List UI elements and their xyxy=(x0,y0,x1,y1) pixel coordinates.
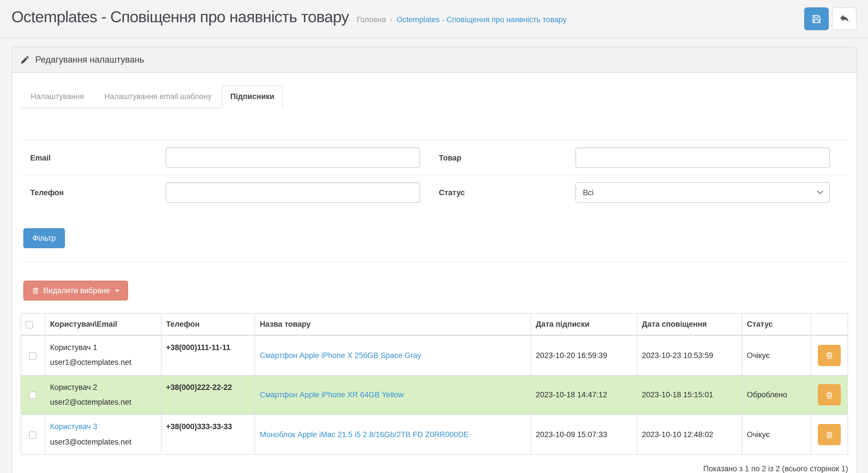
user-name: Користувач 2 xyxy=(50,380,157,395)
date-subscribed: 2023-10-09 15:07:33 xyxy=(531,415,637,454)
trash-icon xyxy=(825,431,833,439)
status-text: Оброблено xyxy=(742,375,811,415)
user-name-link[interactable]: Користувач 3 xyxy=(50,420,157,435)
trash-icon xyxy=(825,351,833,359)
tab-content-subscribers: Email Товар Телефон xyxy=(21,140,848,473)
user-email: user1@octemplates.net xyxy=(50,355,157,371)
tab-subscribers[interactable]: Підписники xyxy=(222,85,283,107)
breadcrumb-home-link[interactable]: Головна xyxy=(357,15,386,24)
status-text: Очікує xyxy=(742,335,811,375)
date-notified: 2023-10-10 12:48:02 xyxy=(637,415,742,454)
user-cell: Користувач 3 user3@octemplates.net xyxy=(45,415,161,454)
caret-down-icon xyxy=(115,289,120,292)
column-header-status: Статус xyxy=(742,313,811,335)
user-phone: +38(000)222-22-22 xyxy=(161,375,255,415)
table-header-row: Користувач\Email Телефон Назва товару Да… xyxy=(21,313,848,335)
user-name: Користувач 1 xyxy=(50,340,157,355)
floppy-disk-icon xyxy=(812,14,821,24)
delete-row-button[interactable] xyxy=(818,345,841,366)
delete-selected-label: Видалити вибране xyxy=(43,286,110,295)
user-email: user3@octemplates.net xyxy=(50,435,157,450)
settings-panel: Редагування налаштувань Налаштування Нал… xyxy=(11,47,857,473)
filter-cell-status: Статус Всі xyxy=(434,182,848,202)
back-button[interactable] xyxy=(832,7,857,30)
panel-title: Редагування налаштувань xyxy=(35,55,144,65)
column-header-date-notified: Дата сповіщення xyxy=(637,313,742,335)
tab-settings[interactable]: Налаштування xyxy=(21,85,94,107)
status-filter-select[interactable]: Всі xyxy=(576,182,830,202)
column-header-actions xyxy=(811,313,848,335)
product-link[interactable]: Смартфон Apple iPhone XR 64GB Yellow xyxy=(260,391,404,399)
date-subscribed: 2023-10-18 14:47:12 xyxy=(531,375,637,415)
select-all-checkbox[interactable] xyxy=(26,321,33,328)
user-phone: +38(000)111-11-11 xyxy=(161,335,255,375)
email-filter-input[interactable] xyxy=(166,148,420,168)
delete-row-button[interactable] xyxy=(818,384,841,406)
trash-icon xyxy=(825,391,833,399)
breadcrumb: Головна›Octemplates - Сповіщення про ная… xyxy=(357,15,567,24)
filter-cell-product: Товар xyxy=(434,148,848,168)
pagination-text: Показано з 1 по 2 із 2 (всього сторінок … xyxy=(21,465,848,473)
tab-email-template[interactable]: Налаштування email шаблону xyxy=(94,85,222,107)
filter-cell-phone: Телефон xyxy=(21,182,434,202)
panel-heading: Редагування налаштувань xyxy=(12,47,857,73)
breadcrumb-current-link[interactable]: Octemplates - Сповіщення про наявність т… xyxy=(397,15,567,24)
row-checkbox[interactable] xyxy=(29,432,37,439)
column-header-product: Назва товару xyxy=(255,313,531,335)
email-filter-label: Email xyxy=(21,153,166,162)
user-cell: Користувач 1 user1@octemplates.net xyxy=(45,335,161,375)
filter-row-2: Телефон Статус Всі xyxy=(21,175,848,210)
filter-row-1: Email Товар xyxy=(21,140,848,175)
save-button[interactable] xyxy=(804,7,829,30)
divider xyxy=(21,262,848,262)
date-notified: 2023-10-18 15:15:01 xyxy=(637,375,742,415)
filter-button[interactable]: Фільтр xyxy=(23,228,65,248)
header-actions xyxy=(804,7,857,30)
page: Octemplates - Сповіщення про наявність т… xyxy=(0,0,868,473)
product-link[interactable]: Смартфон Apple iPhone X 256GB Space Gray xyxy=(260,351,421,360)
delete-row-button[interactable] xyxy=(818,424,841,445)
user-email: user2@octemplates.net xyxy=(50,395,157,410)
page-header: Octemplates - Сповіщення про наявність т… xyxy=(0,0,868,38)
column-header-phone: Телефон xyxy=(161,313,255,335)
subscribers-table: Користувач\Email Телефон Назва товару Да… xyxy=(21,313,848,455)
filter-cell-email: Email xyxy=(21,148,434,168)
row-checkbox[interactable] xyxy=(29,392,37,399)
product-filter-label: Товар xyxy=(434,153,576,162)
status-text: Очікує xyxy=(742,415,811,454)
tabs: Налаштування Налаштування email шаблону … xyxy=(21,85,283,108)
status-filter-label: Статус xyxy=(434,188,576,197)
column-header-date-subscribed: Дата підписки xyxy=(531,313,637,335)
phone-filter-input[interactable] xyxy=(166,182,420,202)
phone-filter-label: Телефон xyxy=(21,188,166,197)
page-title: Octemplates - Сповіщення про наявність т… xyxy=(11,8,349,26)
filter-form: Email Товар Телефон xyxy=(21,140,848,210)
row-checkbox[interactable] xyxy=(29,352,37,360)
user-cell: Користувач 2 user2@octemplates.net xyxy=(45,375,161,415)
product-link[interactable]: Моноблок Apple iMac 21.5 i5 2.8/16Gb/2TB… xyxy=(260,430,469,439)
delete-selected-button[interactable]: Видалити вибране xyxy=(23,281,128,301)
pencil-icon xyxy=(21,56,29,64)
product-filter-input[interactable] xyxy=(576,148,830,168)
column-header-user-email: Користувач\Email xyxy=(45,313,161,335)
table-row: Користувач 3 user3@octemplates.net +38(0… xyxy=(21,415,848,454)
reply-arrow-icon xyxy=(840,14,849,24)
table-row: Користувач 2 user2@octemplates.net +38(0… xyxy=(21,375,848,415)
trash-icon xyxy=(32,287,39,294)
date-subscribed: 2023-10-20 16:59:39 xyxy=(531,335,637,375)
table-row: Користувач 1 user1@octemplates.net +38(0… xyxy=(21,335,848,375)
date-notified: 2023-10-23 10:53:59 xyxy=(637,335,742,375)
breadcrumb-separator-icon: › xyxy=(390,15,393,24)
user-phone: +38(000)333-33-33 xyxy=(161,415,255,454)
panel-body: Налаштування Налаштування email шаблону … xyxy=(12,73,857,473)
